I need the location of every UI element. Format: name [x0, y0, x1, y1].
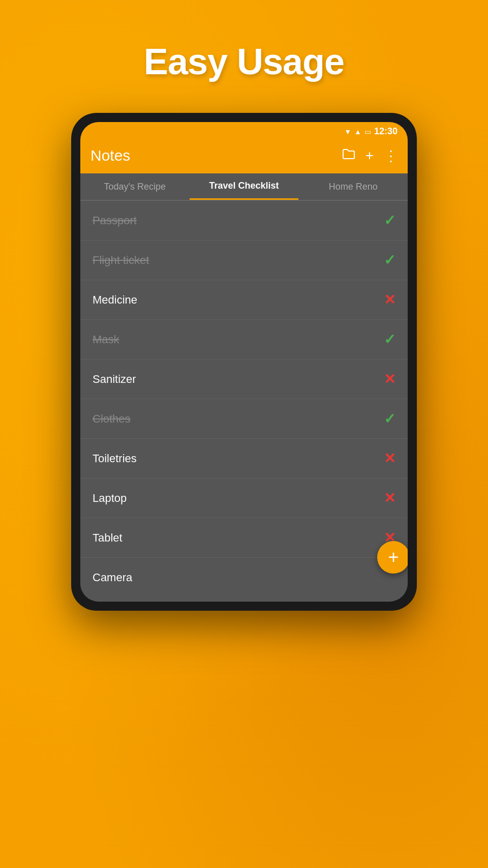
phone-screen: ▼ ▲ ▭ 12:30 Notes + ⋮ Today's Recipe [80, 122, 408, 602]
phone-frame: ▼ ▲ ▭ 12:30 Notes + ⋮ Today's Recipe [71, 113, 417, 611]
item-label-clothes: Clothes [93, 412, 131, 426]
list-item[interactable]: Passport ✓ [80, 201, 408, 241]
list-item[interactable]: Toiletries ✕ [80, 439, 408, 478]
item-label-laptop: Laptop [93, 492, 127, 505]
fab-add-button[interactable]: + [377, 541, 408, 574]
page-title: Easy Usage [144, 41, 344, 82]
tab-home-reno[interactable]: Home Reno [298, 174, 408, 199]
check-status-sanitizer: ✕ [384, 371, 395, 387]
checklist-content: Passport ✓ Flight ticket ✓ Medicine ✕ Ma… [80, 201, 408, 602]
list-item[interactable]: Medicine ✕ [80, 280, 408, 320]
check-status-passport: ✓ [384, 212, 395, 229]
check-status-laptop: ✕ [384, 490, 395, 506]
check-status-clothes: ✓ [384, 410, 395, 427]
item-label-passport: Passport [93, 214, 137, 227]
tab-travel-checklist[interactable]: Travel Checklist [190, 173, 299, 200]
check-status-flight-ticket: ✓ [384, 252, 395, 268]
menu-button[interactable]: ⋮ [384, 147, 398, 164]
app-bar-title: Notes [90, 147, 130, 164]
app-bar: Notes + ⋮ [80, 141, 408, 173]
checklist: Passport ✓ Flight ticket ✓ Medicine ✕ Ma… [80, 201, 408, 602]
wifi-icon: ▼ [344, 128, 351, 136]
tab-todays-recipe[interactable]: Today's Recipe [80, 174, 190, 199]
list-item[interactable]: Camera ✕ [80, 558, 408, 602]
tab-bar: Today's Recipe Travel Checklist Home Ren… [80, 173, 408, 201]
item-label-mask: Mask [93, 333, 119, 346]
folder-button[interactable] [342, 148, 355, 163]
list-item[interactable]: Tablet ✕ + [80, 518, 408, 558]
fab-icon: + [388, 547, 399, 568]
list-item[interactable]: Mask ✓ [80, 320, 408, 360]
check-status-toiletries: ✕ [384, 450, 395, 467]
item-label-medicine: Medicine [93, 293, 137, 307]
item-label-tablet: Tablet [93, 531, 123, 545]
list-item[interactable]: Laptop ✕ [80, 478, 408, 518]
status-icons: ▼ ▲ ▭ 12:30 [344, 126, 398, 137]
list-item[interactable]: Clothes ✓ [80, 399, 408, 439]
battery-icon: ▭ [364, 128, 371, 136]
status-time: 12:30 [374, 126, 398, 137]
item-label-camera: Camera [93, 571, 132, 584]
check-status-mask: ✓ [384, 331, 395, 348]
item-label-toiletries: Toiletries [93, 452, 137, 465]
add-note-button[interactable]: + [365, 147, 374, 164]
signal-icon: ▲ [354, 128, 361, 136]
item-label-flight-ticket: Flight ticket [93, 254, 149, 267]
status-bar: ▼ ▲ ▭ 12:30 [80, 122, 408, 141]
item-label-sanitizer: Sanitizer [93, 373, 136, 386]
list-item[interactable]: Sanitizer ✕ [80, 360, 408, 399]
check-status-medicine: ✕ [384, 291, 395, 308]
app-bar-actions: + ⋮ [342, 147, 398, 164]
list-item[interactable]: Flight ticket ✓ [80, 241, 408, 280]
